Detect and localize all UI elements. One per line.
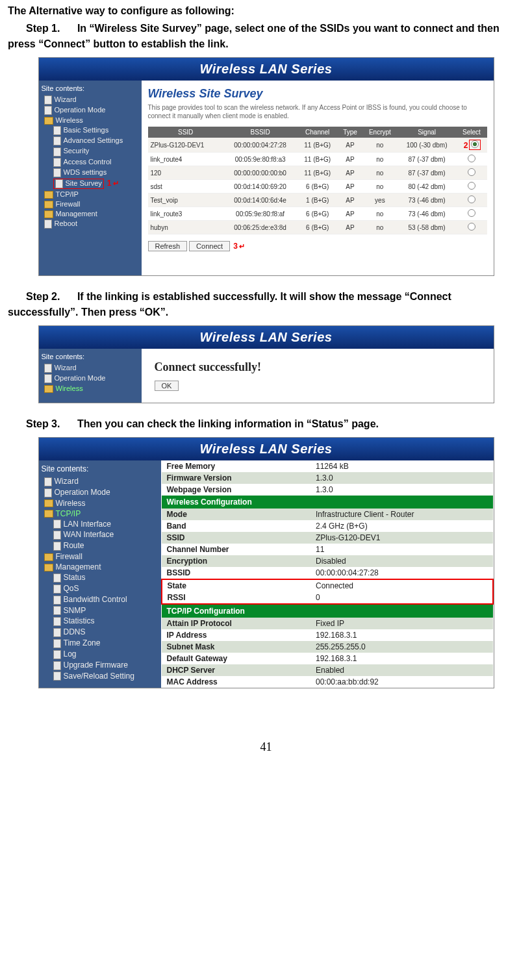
page-number: 41 (8, 740, 524, 754)
ok-button[interactable]: OK (155, 381, 179, 391)
v-wp: 1.3.0 (310, 484, 493, 496)
cell-ssid: link_route4 (148, 153, 223, 166)
k-bssid: BSSID (162, 567, 311, 579)
nav-upgrade[interactable]: Upgrade Firmware (42, 660, 158, 671)
refresh-button[interactable]: Refresh (148, 241, 188, 251)
v-bssid: 00:00:00:04:27:28 (310, 567, 493, 579)
arrow-icon (113, 179, 119, 187)
select-radio[interactable] (468, 182, 475, 190)
cell-ssid: hubyn (148, 221, 223, 234)
survey-title: Wireless Site Survey (148, 87, 487, 101)
nav-mgmt-3[interactable]: Management (42, 562, 158, 572)
cell-encrypt: no (362, 153, 398, 166)
cell-channel: 6 (B+G) (297, 207, 338, 221)
col-encrypt: Encrypt (362, 127, 398, 138)
nav-mgmt[interactable]: Management (42, 209, 139, 219)
nav-route[interactable]: Route (42, 540, 158, 551)
nav-status[interactable]: Status (42, 572, 158, 583)
k-fw: Firmware Version (162, 472, 311, 484)
cell-ssid: ZPlus-G120-DEV1 (148, 138, 223, 153)
cell-signal: 73 (-46 dbm) (398, 207, 457, 221)
v-enc: Disabled (310, 555, 493, 567)
nav-tcpip-3[interactable]: TCP/IP (42, 509, 158, 519)
cell-select (456, 180, 487, 194)
cell-channel: 11 (B+G) (297, 166, 338, 180)
cell-bssid: 00:05:9e:80:f8:a3 (223, 153, 298, 166)
step-3-text: Then you can check the linking informati… (77, 418, 379, 429)
nav-reboot[interactable]: Reboot (42, 219, 139, 229)
k-state: State (162, 579, 311, 592)
nav-snmp[interactable]: SNMP (42, 605, 158, 616)
nav-wan[interactable]: WAN Interface (42, 529, 158, 540)
cell-channel: 11 (B+G) (297, 153, 338, 166)
nav-basic[interactable]: Basic Settings (42, 125, 139, 136)
cell-encrypt: no (362, 180, 398, 194)
cell-channel: 6 (B+G) (297, 221, 338, 234)
nav-wireless-2[interactable]: Wireless (42, 384, 139, 394)
cell-signal: 87 (-37 dbm) (398, 153, 457, 166)
nav-security[interactable]: Security (42, 146, 139, 157)
nav-firewall-3[interactable]: Firewall (42, 551, 158, 562)
app-title-2: Wireless LAN Series (39, 326, 494, 349)
nav-wizard[interactable]: Wizard (42, 95, 139, 105)
cell-bssid: 00:00:00:00:00:b0 (223, 166, 298, 180)
screenshot-site-survey: Wireless LAN Series Site contents: Wizar… (38, 57, 494, 276)
nav-stats[interactable]: Statistics (42, 616, 158, 627)
nav-opmode[interactable]: Operation Mode (42, 105, 139, 116)
select-radio[interactable] (468, 209, 475, 217)
nav-ddns[interactable]: DDNS (42, 627, 158, 638)
nav-bw[interactable]: Bandwidth Control (42, 594, 158, 605)
nav-wizard-3[interactable]: Wizard (42, 476, 158, 487)
cell-type: AP (338, 221, 362, 234)
cell-type: AP (338, 207, 362, 221)
section-tcpip: TCP/IP Configuration (162, 604, 493, 618)
nav-tz[interactable]: Time Zone (42, 638, 158, 649)
nav-advanced[interactable]: Advanced Settings (42, 136, 139, 146)
screenshot-status: Wireless LAN Series Site contents: Wizar… (38, 437, 494, 688)
select-radio[interactable] (468, 223, 475, 231)
nav-wireless[interactable]: Wireless (42, 116, 139, 125)
cell-encrypt: no (362, 221, 398, 234)
app-title-3: Wireless LAN Series (39, 438, 494, 460)
table-row: sdst00:0d:14:00:69:206 (B+G)APno80 (-42 … (148, 180, 487, 194)
col-signal: Signal (398, 127, 457, 138)
v-state: Connected (310, 579, 493, 592)
nav-log[interactable]: Log (42, 649, 158, 660)
survey-table: SSID BSSID Channel Type Encrypt Signal S… (148, 127, 487, 234)
nav-wireless-3[interactable]: Wireless (42, 498, 158, 509)
nav-opmode-3[interactable]: Operation Mode (42, 487, 158, 498)
select-radio[interactable] (468, 155, 475, 162)
cell-select (456, 153, 487, 166)
survey-desc: This page provides tool to scan the wire… (148, 103, 487, 120)
select-radio[interactable] (471, 140, 479, 148)
nav-wds[interactable]: WDS settings (42, 168, 139, 178)
nav-wizard-2[interactable]: Wizard (42, 363, 139, 373)
nav-opmode-2[interactable]: Operation Mode (42, 373, 139, 384)
nav-lan[interactable]: LAN Interface (42, 519, 158, 530)
k-wp: Webpage Version (162, 484, 311, 496)
cell-signal: 53 (-58 dbm) (398, 221, 457, 234)
v-ip: 192.168.3.1 (310, 629, 493, 641)
nav-access[interactable]: Access Control (42, 157, 139, 168)
nav-qos[interactable]: QoS (42, 583, 158, 594)
connect-button[interactable]: Connect (189, 241, 230, 251)
cell-ssid: 120 (148, 166, 223, 180)
cell-type: AP (338, 180, 362, 194)
v-attain: Fixed IP (310, 618, 493, 629)
cell-select (456, 221, 487, 234)
k-mac: MAC Address (162, 676, 311, 688)
nav-survey-row[interactable]: Site Survey 1 (42, 178, 139, 190)
nav-survey[interactable]: Site Survey (53, 179, 104, 189)
marker-3: 3 (232, 242, 239, 251)
content-status: Free Memory11264 kB Firmware Version1.3.… (161, 460, 494, 688)
col-select: Select (456, 127, 487, 138)
nav-firewall[interactable]: Firewall (42, 199, 139, 209)
cell-encrypt: no (362, 166, 398, 180)
cell-type: AP (338, 138, 362, 153)
select-radio[interactable] (468, 195, 475, 203)
cell-signal: 73 (-46 dbm) (398, 194, 457, 207)
select-radio[interactable] (468, 168, 475, 176)
nav-tcpip[interactable]: TCP/IP (42, 190, 139, 199)
nav-save[interactable]: Save/Reload Setting (42, 671, 158, 682)
v-gw: 192.168.3.1 (310, 653, 493, 664)
